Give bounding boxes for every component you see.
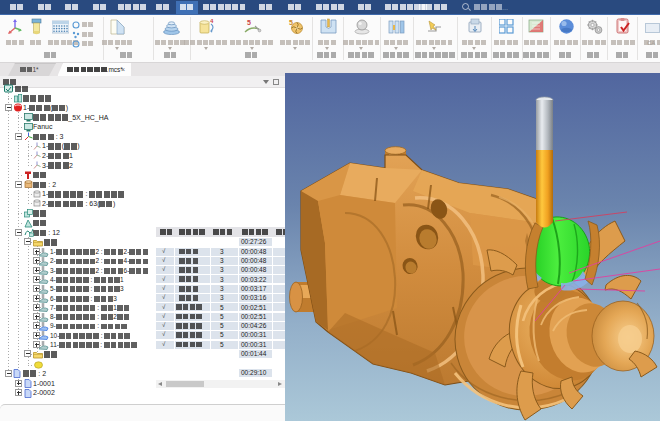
svg-text:5: 5: [247, 19, 251, 26]
svg-text:4: 4: [210, 18, 214, 24]
